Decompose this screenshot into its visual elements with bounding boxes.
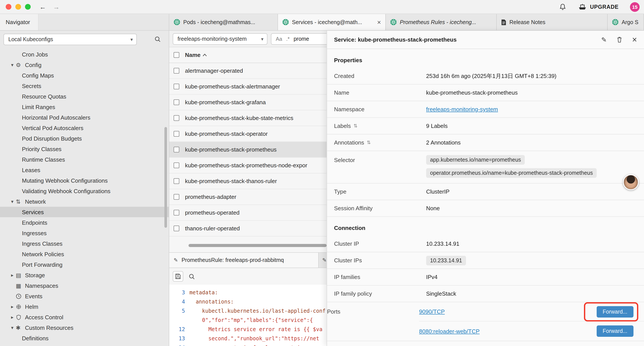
row-checkbox[interactable] <box>174 147 179 152</box>
sidebar-item-validating-webhook-configurations[interactable]: Validating Webhook Configurations <box>0 186 169 196</box>
table-row[interactable]: prometheus-adapter <box>169 189 326 205</box>
sidebar-item-config-maps[interactable]: Config Maps <box>0 70 169 81</box>
column-name[interactable]: Name <box>185 52 207 58</box>
upgrade-button[interactable]: UPGRADE <box>578 3 618 10</box>
sidebar-item-definitions[interactable]: Definitions <box>0 333 169 343</box>
namespace-select[interactable]: freeleaps-monitoring-system ▾ <box>173 33 268 45</box>
sidebar-item-custom-resources[interactable]: ▾ ✱ Custom Resources <box>0 322 169 333</box>
match-case-toggle[interactable]: Aa <box>276 36 282 42</box>
chevron-right-icon[interactable]: ▸ <box>9 314 16 320</box>
avatar[interactable] <box>623 174 639 190</box>
row-checkbox[interactable] <box>174 84 179 89</box>
search-input[interactable]: Aa .* prome <box>271 33 326 45</box>
row-checkbox[interactable] <box>174 68 179 74</box>
port-link-8080[interactable]: 8080:reloader-web/TCP <box>419 328 480 335</box>
tab-close-icon[interactable]: × <box>374 19 381 25</box>
sidebar-item-access-control[interactable]: ▸ Access Control <box>0 312 169 322</box>
table-row[interactable]: prometheus-operated <box>169 205 326 221</box>
dock-tab-partial[interactable]: ✎ <box>319 253 326 268</box>
sidebar-item-mutating-webhook-configurations[interactable]: Mutating Webhook Configurations <box>0 175 169 186</box>
select-all-checkbox[interactable] <box>174 52 179 58</box>
sidebar-item-priority-classes[interactable]: Priority Classes <box>0 144 169 154</box>
sidebar-item-namespaces[interactable]: ▦ Namespaces <box>0 280 169 291</box>
expander-icon[interactable]: ⇅ <box>367 140 371 145</box>
save-button[interactable] <box>173 271 183 282</box>
table-row[interactable]: kube-prometheus-stack-kube-state-metrics <box>169 110 326 126</box>
tab-prometheus-rules[interactable]: Prometheus Rules - icecheng... <box>386 14 497 30</box>
chevron-right-icon[interactable]: ▸ <box>9 304 16 310</box>
table-row[interactable]: kube-prometheus-stack-grafana <box>169 95 326 110</box>
sidebar-item-secrets[interactable]: Secrets <box>0 81 169 91</box>
chevron-down-icon[interactable]: ▾ <box>9 62 16 68</box>
expander-icon[interactable]: ⇅ <box>354 123 358 129</box>
sidebar-item-network-policies[interactable]: Network Policies <box>0 249 169 259</box>
sidebar-item-pod-disruption-budgets[interactable]: Pod Disruption Budgets <box>0 133 169 144</box>
tab-pods[interactable]: Pods - icecheng@mathmas... <box>169 14 278 30</box>
namespace-link[interactable]: freeleaps-monitoring-system <box>426 106 498 113</box>
sidebar-item-resource-quotas[interactable]: Resource Quotas <box>0 91 169 102</box>
sidebar-item-leases[interactable]: Leases <box>0 165 169 175</box>
chevron-down-icon: ▾ <box>130 36 133 42</box>
row-checkbox[interactable] <box>174 210 179 216</box>
delete-button[interactable] <box>616 36 622 43</box>
row-checkbox[interactable] <box>174 194 179 200</box>
horizontal-scrollbar[interactable] <box>169 244 326 248</box>
scrollbar-thumb[interactable] <box>188 244 326 247</box>
table-row[interactable]: kube-prometheus-stack-prometheus-node-ex… <box>169 158 326 173</box>
table-row[interactable]: alertmanager-operated <box>169 63 326 79</box>
table-row[interactable]: thanos-ruler-operated <box>169 221 326 237</box>
window-minimize-button[interactable] <box>15 4 21 10</box>
port-link-9090[interactable]: 9090/TCP <box>419 308 445 315</box>
tab-release-notes[interactable]: Release Notes <box>497 14 608 30</box>
sidebar-item-label: Cron Jobs <box>22 51 48 58</box>
forward-button-8080[interactable]: Forward... <box>596 326 634 337</box>
sidebar-item-ingresses[interactable]: Ingresses <box>0 228 169 238</box>
sidebar-item-services[interactable]: Services <box>0 207 169 217</box>
row-checkbox[interactable] <box>174 115 179 121</box>
sidebar-item-endpoints[interactable]: Endpoints <box>0 217 169 228</box>
sidebar-item-horizontal-pod-autoscalers[interactable]: Horizontal Pod Autoscalers <box>0 112 169 123</box>
detail-row-namespace: Namespace freeleaps-monitoring-system <box>327 101 644 118</box>
table-row[interactable]: kube-prometheus-stack-alertmanager <box>169 79 326 95</box>
yaml-editor[interactable]: 3metadata: 4 annotations: 5 kubectl.kube… <box>169 285 326 346</box>
sidebar-scrollbar[interactable] <box>164 127 167 228</box>
chevron-right-icon[interactable]: ▸ <box>9 272 16 278</box>
forward-button[interactable]: → <box>53 3 60 10</box>
tab-services[interactable]: Services - icecheng@math... × <box>278 14 386 30</box>
tab-argo[interactable]: Argo S <box>608 14 644 30</box>
regex-toggle[interactable]: .* <box>286 36 290 42</box>
sidebar-item-network[interactable]: ▾ ⇅ Network <box>0 196 169 207</box>
editor-search-button[interactable] <box>188 273 195 280</box>
row-checkbox[interactable] <box>174 162 179 168</box>
row-checkbox[interactable] <box>174 99 179 105</box>
kubeconfig-select[interactable]: Local Kubeconfigs ▾ <box>4 34 137 45</box>
back-button[interactable]: ← <box>40 3 46 10</box>
sidebar-item-ingress-classes[interactable]: Ingress Classes <box>0 238 169 249</box>
edit-button[interactable]: ✎ <box>601 36 607 43</box>
chevron-down-icon[interactable]: ▾ <box>9 199 16 204</box>
sidebar-item-limit-ranges[interactable]: Limit Ranges <box>0 102 169 112</box>
notifications-button[interactable] <box>559 3 566 10</box>
close-icon[interactable]: × <box>632 35 637 44</box>
sidebar-item-cron-jobs[interactable]: Cron Jobs <box>0 49 169 59</box>
chevron-down-icon[interactable]: ▾ <box>9 325 16 331</box>
sidebar-item-port-forwarding[interactable]: Port Forwarding <box>0 259 169 270</box>
row-checkbox[interactable] <box>174 226 179 231</box>
row-checkbox[interactable] <box>174 178 179 184</box>
shield-icon <box>16 314 24 320</box>
window-zoom-button[interactable] <box>25 4 31 10</box>
row-name: kube-prometheus-stack-alertmanager <box>185 83 280 90</box>
table-row-selected[interactable]: kube-prometheus-stack-prometheus <box>169 142 326 158</box>
sidebar-item-config[interactable]: ▾ ⚙ Config <box>0 59 169 70</box>
table-row[interactable]: kube-prometheus-stack-operator <box>169 126 326 142</box>
table-row[interactable]: kube-prometheus-stack-thanos-ruler <box>169 173 326 189</box>
sidebar-item-vertical-pod-autoscalers[interactable]: Vertical Pod Autoscalers <box>0 123 169 133</box>
sidebar-item-storage[interactable]: ▸ ▤ Storage <box>0 270 169 280</box>
row-checkbox[interactable] <box>174 131 179 137</box>
dock-tab-prometheusrule[interactable]: ✎ PrometheusRule: freeleaps-prod-rabbitm… <box>169 253 319 268</box>
sidebar-item-helm[interactable]: ▸ Helm <box>0 301 169 312</box>
window-close-button[interactable] <box>6 4 12 10</box>
sidebar-search-button[interactable] <box>154 36 161 42</box>
sidebar-item-events[interactable]: Events <box>0 291 169 301</box>
sidebar-item-runtime-classes[interactable]: Runtime Classes <box>0 154 169 165</box>
